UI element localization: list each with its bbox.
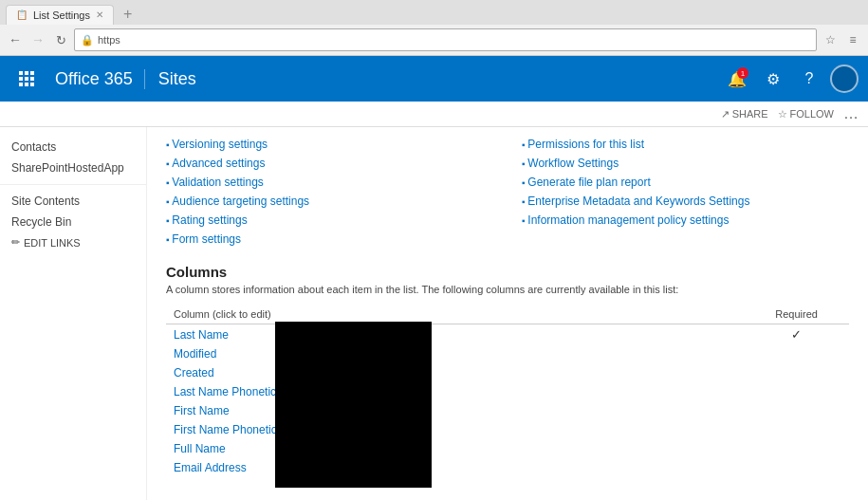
column-name-link[interactable]: First Name: [174, 404, 230, 417]
info-management-policy-link[interactable]: Information management policy settings: [522, 211, 849, 230]
permissions-link[interactable]: Permissions for this list: [522, 135, 849, 154]
address-bar: ← → ↻ 🔒 https ☆ ≡: [0, 25, 868, 55]
page-layout: Contacts SharePointHostedApp Site Conten…: [0, 127, 868, 500]
sidebar-item-site-contents[interactable]: Site Contents: [0, 191, 146, 212]
columns-table-container: Column (click to edit) Required Last Nam…: [166, 305, 849, 477]
table-row: Last Name Phonetic: [166, 382, 849, 401]
versioning-settings-link[interactable]: Versioning settings: [166, 135, 493, 154]
column-required-cell: [744, 401, 849, 420]
notification-badge: 1: [737, 67, 748, 79]
column-name-link[interactable]: Created: [174, 366, 214, 380]
form-settings-link[interactable]: Form settings: [166, 230, 493, 249]
follow-action[interactable]: ☆ FOLLOW: [778, 108, 834, 120]
sidebar-divider: [0, 184, 146, 185]
more-actions[interactable]: …: [843, 105, 859, 122]
new-tab-button[interactable]: +: [118, 4, 138, 25]
column-required-cell: [744, 420, 849, 439]
bookmark-button[interactable]: ☆: [821, 30, 840, 49]
column-required-cell: [744, 344, 849, 363]
rating-settings-link[interactable]: Rating settings: [166, 211, 493, 230]
sidebar: Contacts SharePointHostedApp Site Conten…: [0, 127, 147, 500]
follow-icon: ☆: [778, 108, 787, 120]
settings-links-right: Permissions for this list Workflow Setti…: [522, 135, 849, 249]
share-icon: ↗: [721, 108, 729, 120]
settings-links-left: Versioning settings Advanced settings Va…: [166, 135, 493, 249]
column-required-cell: ✓: [744, 324, 849, 345]
waffle-menu-button[interactable]: [9, 71, 44, 86]
table-row: Full Name: [166, 439, 849, 458]
column-header-type: [508, 305, 744, 324]
column-type-cell: [508, 420, 744, 439]
share-label: SHARE: [732, 108, 768, 120]
follow-label: FOLLOW: [790, 108, 834, 120]
svg-rect-8: [30, 83, 34, 86]
sidebar-item-contacts[interactable]: Contacts: [0, 137, 146, 157]
table-row: First Name: [166, 401, 849, 420]
sidebar-item-recycle-bin[interactable]: Recycle Bin: [0, 212, 146, 232]
check-icon: ✓: [791, 327, 802, 342]
edit-links-button[interactable]: ✏ EDIT LINKS: [0, 232, 146, 252]
settings-links-grid: Versioning settings Advanced settings Va…: [166, 135, 849, 249]
svg-rect-0: [19, 71, 23, 75]
sharepoint-header: Office 365 Sites 🔔 1 ⚙ ?: [0, 56, 868, 102]
tab-close-button[interactable]: ✕: [96, 9, 103, 20]
sidebar-item-sharepointhostedapp[interactable]: SharePointHostedApp: [0, 157, 146, 178]
browser-chrome: 📋 List Settings ✕ + ← → ↻ 🔒 https ☆ ≡: [0, 0, 868, 56]
browser-actions: ☆ ≡: [821, 30, 862, 49]
column-name-link[interactable]: Full Name: [174, 442, 226, 455]
edit-links-label: EDIT LINKS: [24, 237, 81, 249]
pencil-icon: ✏: [11, 236, 20, 249]
audience-targeting-settings-link[interactable]: Audience targeting settings: [166, 192, 493, 211]
svg-rect-4: [25, 77, 28, 81]
column-name-link[interactable]: Last Name: [174, 328, 229, 342]
advanced-settings-link[interactable]: Advanced settings: [166, 154, 493, 173]
ssl-icon: 🔒: [81, 34, 94, 46]
column-type-cell: [508, 458, 744, 477]
table-row: Created: [166, 363, 849, 382]
column-required-cell: [744, 363, 849, 382]
column-name-link[interactable]: Last Name Phonetic: [174, 385, 276, 398]
app-name[interactable]: Office 365: [44, 69, 145, 89]
enterprise-metadata-link[interactable]: Enterprise Metadata and Keywords Setting…: [522, 192, 849, 211]
svg-rect-2: [30, 71, 34, 75]
column-type-cell: [508, 382, 744, 401]
refresh-button[interactable]: ↻: [51, 30, 70, 49]
column-name-link[interactable]: Email Address: [174, 461, 247, 474]
back-button[interactable]: ←: [6, 30, 25, 49]
svg-rect-7: [25, 83, 28, 86]
help-button[interactable]: ?: [794, 64, 824, 94]
validation-settings-link[interactable]: Validation settings: [166, 173, 493, 192]
site-name[interactable]: Sites: [145, 69, 210, 89]
url-bar[interactable]: 🔒 https: [74, 28, 817, 51]
column-required-cell: [744, 382, 849, 401]
columns-table: Column (click to edit) Required Last Nam…: [166, 305, 849, 477]
column-name-link[interactable]: First Name Phonetic: [174, 423, 277, 436]
file-plan-report-link[interactable]: Generate file plan report: [522, 173, 849, 192]
settings-button[interactable]: ≡: [843, 30, 862, 49]
svg-rect-1: [25, 71, 28, 75]
table-row: Email Address: [166, 458, 849, 477]
column-type-cell: [508, 344, 744, 363]
header-actions: 🔔 1 ⚙ ?: [722, 64, 859, 94]
active-tab[interactable]: 📋 List Settings ✕: [6, 5, 114, 25]
svg-rect-5: [30, 77, 34, 81]
table-row: Last Name ✓: [166, 324, 849, 345]
table-row: First Name Phonetic: [166, 420, 849, 439]
url-text: https: [98, 34, 120, 46]
notification-button[interactable]: 🔔 1: [722, 64, 752, 94]
column-type-cell: [508, 401, 744, 420]
share-action[interactable]: ↗ SHARE: [721, 108, 768, 120]
column-required-cell: [744, 439, 849, 458]
workflow-settings-link[interactable]: Workflow Settings: [522, 154, 849, 173]
forward-button[interactable]: →: [28, 30, 47, 49]
sub-toolbar: ↗ SHARE ☆ FOLLOW …: [0, 102, 868, 127]
columns-description: A column stores information about each i…: [166, 284, 849, 295]
settings-gear-button[interactable]: ⚙: [758, 64, 788, 94]
user-avatar[interactable]: [830, 65, 859, 93]
column-name-link[interactable]: Modified: [174, 347, 216, 361]
column-type-cell: [508, 363, 744, 382]
column-type-cell: [508, 439, 744, 458]
column-type-cell: [508, 324, 744, 345]
svg-rect-3: [19, 77, 23, 81]
tab-icon: 📋: [16, 9, 28, 20]
